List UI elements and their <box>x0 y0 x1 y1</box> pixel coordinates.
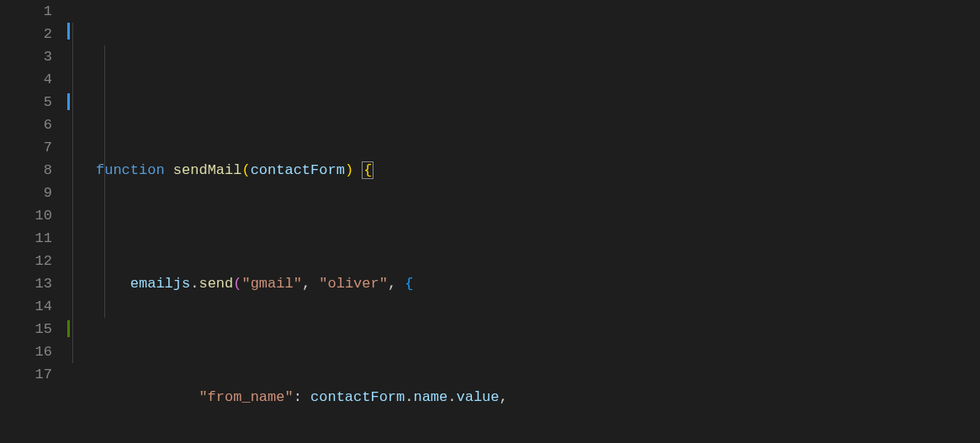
line-number: 6 <box>0 113 52 136</box>
added-mark-icon <box>67 320 70 337</box>
code-editor[interactable]: 1 2 3 4 5 6 7 8 9 10 11 12 13 14 15 16 1… <box>0 0 980 443</box>
line-number: 14 <box>0 295 52 318</box>
line-number: 11 <box>0 227 52 250</box>
line-number: 12 <box>0 250 52 272</box>
line-number: 3 <box>0 45 52 68</box>
function-name: sendMail <box>173 162 242 178</box>
line-number-gutter: 1 2 3 4 5 6 7 8 9 10 11 12 13 14 15 16 1… <box>0 0 67 443</box>
line-number: 5 <box>0 91 52 113</box>
line-number: 1 <box>0 0 52 23</box>
modified-mark-icon <box>67 93 70 110</box>
line-number: 16 <box>0 340 52 363</box>
code-line[interactable]: emailjs.send("gmail", "oliver", { <box>96 272 980 295</box>
code-line[interactable]: "from_name": contactForm.name.value, <box>96 386 980 409</box>
line-number: 7 <box>0 136 52 159</box>
line-number: 15 <box>0 318 52 340</box>
parameter: contactForm <box>251 162 345 178</box>
line-number: 17 <box>0 363 52 386</box>
line-number: 10 <box>0 204 52 227</box>
code-line[interactable]: function sendMail(contactForm) { <box>96 159 980 182</box>
keyword: function <box>96 162 165 178</box>
bracket: { <box>362 161 373 179</box>
modified-mark-icon <box>67 23 70 40</box>
line-number: 4 <box>0 68 52 91</box>
code-area[interactable]: function sendMail(contactForm) { emailjs… <box>72 0 980 443</box>
line-number: 2 <box>0 23 52 45</box>
line-number: 13 <box>0 272 52 295</box>
line-number: 8 <box>0 159 52 182</box>
line-number: 9 <box>0 182 52 204</box>
